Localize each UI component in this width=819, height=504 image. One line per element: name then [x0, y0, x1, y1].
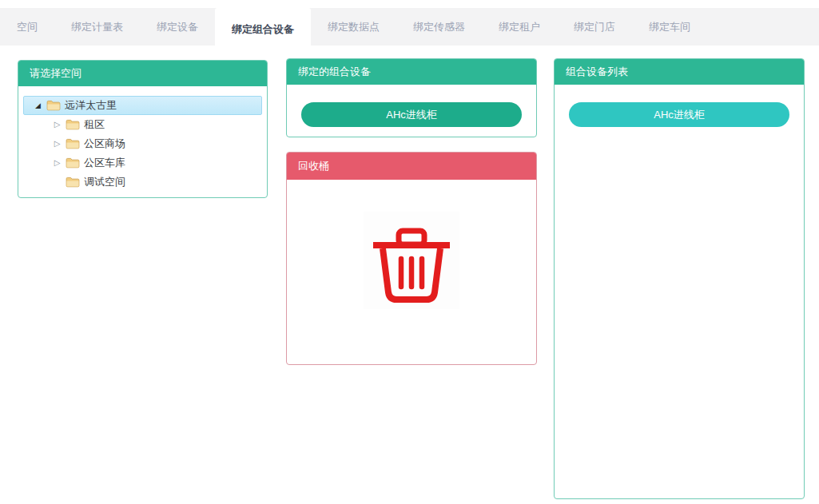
tree-expander-closed-icon[interactable]: ▷	[51, 159, 63, 167]
tree-node-label: 公区商场	[84, 137, 125, 151]
tree-node-public-mall[interactable]: ▷ 公区商场	[23, 134, 262, 153]
tree-expander-open-icon[interactable]: ◢	[32, 102, 44, 109]
space-tree: ◢ 远洋太古里 ▷ 租区 ▷	[18, 86, 267, 192]
space-panel-title: 请选择空间	[18, 61, 267, 86]
tab-bind-workshop[interactable]: 绑定车间	[632, 8, 707, 46]
tab-bind-datapoint[interactable]: 绑定数据点	[311, 8, 396, 46]
tab-bind-sensor[interactable]: 绑定传感器	[396, 8, 482, 46]
tab-bind-composite-device[interactable]: 绑定组合设备	[215, 8, 311, 50]
tree-expander-closed-icon[interactable]: ▷	[51, 121, 63, 129]
tab-bar: 空间 绑定计量表 绑定设备 绑定组合设备 绑定数据点 绑定传感器 绑定租户 绑定…	[0, 8, 819, 46]
space-select-panel: 请选择空间 ◢ 远洋太古里 ▷ 租区 ▷	[18, 60, 268, 198]
recycle-bin-panel-title: 回收桶	[287, 153, 536, 180]
folder-icon	[66, 177, 80, 188]
tree-node-label: 公区车库	[84, 156, 125, 170]
tree-node-root[interactable]: ◢ 远洋太古里	[23, 96, 262, 115]
tab-bind-device[interactable]: 绑定设备	[140, 8, 215, 46]
folder-icon	[46, 100, 61, 111]
binding-admin-screen: 空间 绑定计量表 绑定设备 绑定组合设备 绑定数据点 绑定传感器 绑定租户 绑定…	[0, 0, 819, 504]
tree-node-public-garage[interactable]: ▷ 公区车库	[23, 153, 262, 173]
tree-node-label: 调试空间	[84, 175, 125, 189]
device-list-pill[interactable]: AHc进线柜	[569, 102, 789, 127]
folder-icon	[66, 119, 80, 130]
tab-space[interactable]: 空间	[0, 8, 54, 46]
bound-devices-panel-title: 绑定的组合设备	[287, 59, 536, 85]
device-list-panel-title: 组合设备列表	[555, 59, 804, 85]
bound-devices-panel: 绑定的组合设备 AHc进线柜	[286, 58, 537, 137]
tab-bind-store[interactable]: 绑定门店	[557, 8, 632, 46]
bound-device-pill[interactable]: AHc进线柜	[301, 102, 522, 127]
tab-bind-tenant[interactable]: 绑定租户	[482, 8, 557, 46]
tree-node-debug-space[interactable]: 调试空间	[23, 173, 262, 192]
recycle-bin-dropzone[interactable]	[287, 180, 536, 309]
folder-icon	[66, 157, 80, 169]
tree-node-label: 远洋太古里	[65, 98, 117, 113]
device-list-panel: 组合设备列表 AHc进线柜	[554, 58, 805, 499]
tree-node-label: 租区	[84, 117, 105, 132]
tab-bind-meter[interactable]: 绑定计量表	[54, 8, 140, 46]
tree-node-rent-area[interactable]: ▷ 租区	[23, 115, 262, 134]
trash-icon	[364, 212, 459, 309]
tree-expander-closed-icon[interactable]: ▷	[51, 140, 63, 148]
folder-icon	[66, 138, 80, 149]
recycle-bin-panel: 回收桶	[286, 152, 537, 365]
